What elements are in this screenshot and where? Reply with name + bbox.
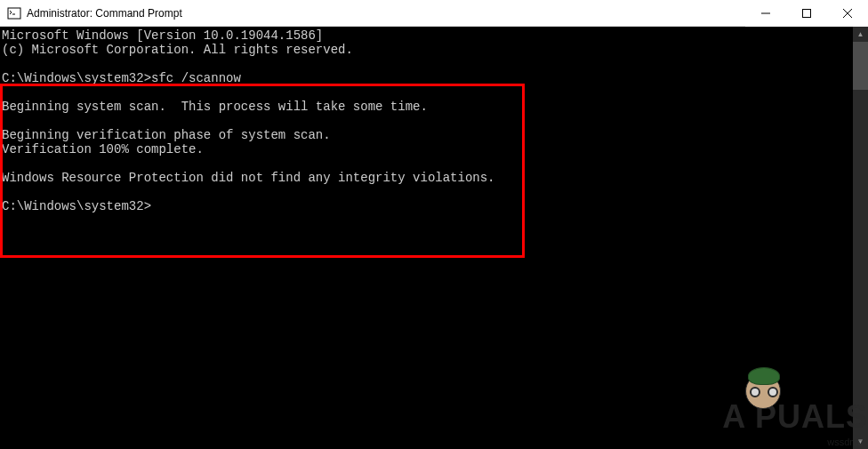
console-line: (c) Microsoft Corporation. All rights re… bbox=[2, 43, 353, 57]
console-line: Beginning system scan. This process will… bbox=[2, 100, 428, 114]
console-prompt: C:\Windows\system32>sfc /scannow bbox=[2, 71, 241, 85]
maximize-button[interactable] bbox=[786, 0, 827, 27]
console-output: Microsoft Windows [Version 10.0.19044.15… bbox=[0, 28, 868, 213]
console-line: Windows Resource Protection did not find… bbox=[2, 171, 495, 185]
close-button[interactable] bbox=[827, 0, 868, 27]
watermark-url: wssdn.c bbox=[827, 437, 863, 447]
cmd-icon bbox=[7, 6, 21, 20]
console-prompt: C:\Windows\system32> bbox=[2, 199, 151, 213]
console-line: Beginning verification phase of system s… bbox=[2, 128, 331, 142]
console-line: Verification 100% complete. bbox=[2, 142, 204, 156]
svg-rect-0 bbox=[8, 8, 20, 19]
console-line: Microsoft Windows [Version 10.0.19044.15… bbox=[2, 28, 323, 43]
window-controls bbox=[745, 0, 868, 26]
console-area[interactable]: Microsoft Windows [Version 10.0.19044.15… bbox=[0, 27, 868, 449]
command-prompt-window: Administrator: Command Prompt Microsoft … bbox=[0, 0, 868, 449]
titlebar[interactable]: Administrator: Command Prompt bbox=[0, 0, 868, 27]
minimize-button[interactable] bbox=[745, 0, 786, 27]
svg-rect-3 bbox=[803, 10, 811, 18]
window-title: Administrator: Command Prompt bbox=[27, 7, 745, 20]
